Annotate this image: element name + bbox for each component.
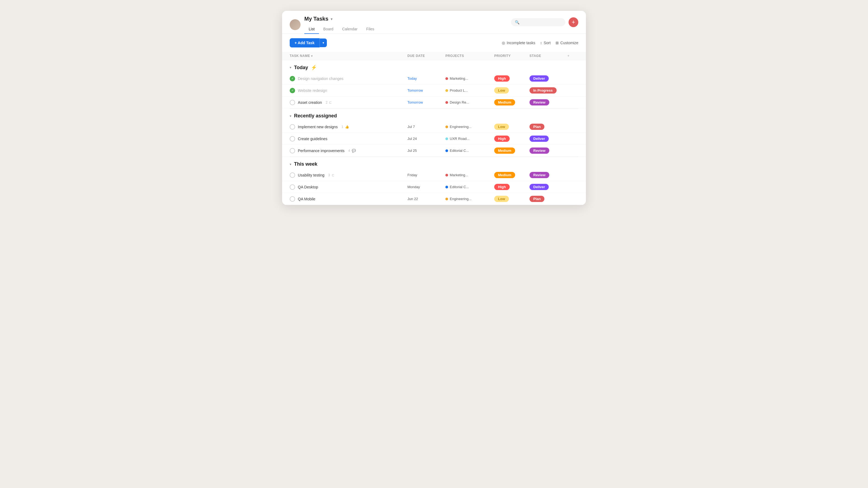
project-dot xyxy=(445,137,448,140)
header: My Tasks ▾ List Board Calendar Files 🔍 + xyxy=(282,11,586,34)
task-row[interactable]: ✓ Design navigation changes Today Market… xyxy=(282,73,586,85)
task-project: Design Re... xyxy=(445,100,494,104)
header-right: 🔍 + xyxy=(511,18,578,32)
app-window: My Tasks ▾ List Board Calendar Files 🔍 +… xyxy=(282,11,586,205)
section-header-2[interactable]: ▾ This week xyxy=(282,157,586,169)
task-row[interactable]: Create guidelines Jul 24 UXR Road... Hig… xyxy=(282,133,586,145)
tab-calendar[interactable]: Calendar xyxy=(338,25,362,34)
project-name: Engineering... xyxy=(450,197,471,201)
project-dot xyxy=(445,126,448,128)
tab-board[interactable]: Board xyxy=(319,25,338,34)
task-checkbox[interactable] xyxy=(290,148,295,154)
section-emoji: ⚡ xyxy=(311,65,317,70)
task-name-cell: QA Desktop xyxy=(290,184,407,190)
priority-badge: Low xyxy=(494,196,509,202)
stage-badge: Plan xyxy=(529,196,545,202)
task-row[interactable]: Asset creation 2 ⊏ Tomorrow Design Re...… xyxy=(282,97,586,108)
task-priority: High xyxy=(494,184,529,190)
section-header-0[interactable]: ▾ Today ⚡ xyxy=(282,60,586,73)
priority-badge: Low xyxy=(494,124,509,130)
task-row[interactable]: ✓ Website redesign Tomorrow Product L...… xyxy=(282,85,586,97)
section-header-1[interactable]: ▾ Recently assigned xyxy=(282,109,586,121)
project-dot xyxy=(445,150,448,152)
col-priority: Priority xyxy=(494,54,529,58)
project-name: Marketing... xyxy=(450,76,468,80)
toolbar-right: ◎ Incomplete tasks ↕ Sort ⊞ Customize xyxy=(502,41,578,45)
task-priority: Low xyxy=(494,196,529,202)
sort-button[interactable]: ↕ Sort xyxy=(540,41,551,45)
header-left: My Tasks ▾ List Board Calendar Files xyxy=(290,16,379,34)
add-task-button[interactable]: + Add Task xyxy=(290,38,319,47)
task-stage: Deliver xyxy=(529,75,567,82)
add-task-button-group: + Add Task ▾ xyxy=(290,38,327,47)
task-priority: Low xyxy=(494,124,529,130)
task-project: Product L... xyxy=(445,88,494,93)
task-stage: Deliver xyxy=(529,184,567,190)
priority-badge: Medium xyxy=(494,148,515,154)
task-priority: High xyxy=(494,135,529,142)
task-meta: 2 ⊏ xyxy=(326,101,332,104)
stage-badge: Review xyxy=(529,99,549,105)
project-dot xyxy=(445,174,448,176)
task-row[interactable]: QA Desktop Monday Editorial C... High De… xyxy=(282,181,586,193)
task-checkbox[interactable]: ✓ xyxy=(290,76,295,82)
task-due-date: Friday xyxy=(407,173,445,177)
task-name-text: Performance improvements xyxy=(298,149,344,153)
customize-label: Customize xyxy=(560,41,578,45)
task-checkbox[interactable]: ✓ xyxy=(290,88,295,93)
section-chevron: ▾ xyxy=(290,66,291,69)
task-checkbox[interactable] xyxy=(290,184,295,190)
task-name-text: QA Mobile xyxy=(298,197,315,201)
task-priority: High xyxy=(494,75,529,82)
task-checkbox[interactable] xyxy=(290,196,295,202)
add-task-dropdown-button[interactable]: ▾ xyxy=(319,38,327,47)
search-box[interactable]: 🔍 xyxy=(511,18,565,26)
task-priority: Low xyxy=(494,87,529,94)
stage-badge: Deliver xyxy=(529,184,549,190)
priority-badge: Medium xyxy=(494,99,515,105)
task-meta: 1 👍 xyxy=(341,125,349,129)
project-dot xyxy=(445,89,448,92)
project-name: Editorial C... xyxy=(450,185,469,189)
section-title: This week xyxy=(294,161,317,167)
chevron-down-icon[interactable]: ▾ xyxy=(331,17,333,21)
task-name-cell: Create guidelines xyxy=(290,136,407,141)
filter-icon: ◎ xyxy=(502,41,505,45)
sort-icon: ↕ xyxy=(540,41,542,45)
task-project: Marketing... xyxy=(445,76,494,80)
task-due-date: Jun 22 xyxy=(407,197,445,201)
task-stage: Review xyxy=(529,99,567,105)
task-name-text: Website redesign xyxy=(298,88,327,93)
customize-button[interactable]: ⊞ Customize xyxy=(556,41,578,45)
task-checkbox[interactable] xyxy=(290,100,295,105)
stage-badge: In Progress xyxy=(529,87,557,94)
tab-list[interactable]: List xyxy=(304,25,319,34)
project-dot xyxy=(445,186,448,188)
task-project: Editorial C... xyxy=(445,185,494,189)
incomplete-tasks-filter[interactable]: ◎ Incomplete tasks xyxy=(502,41,535,45)
task-due-date: Jul 7 xyxy=(407,125,445,129)
stage-badge: Deliver xyxy=(529,135,549,142)
task-checkbox[interactable] xyxy=(290,172,295,178)
add-button[interactable]: + xyxy=(568,18,578,27)
task-checkbox[interactable] xyxy=(290,124,295,130)
task-checkbox[interactable] xyxy=(290,136,295,141)
task-row[interactable]: Performance improvements 4 💬 Jul 25 Edit… xyxy=(282,145,586,157)
task-row[interactable]: Implement new designs 1 👍 Jul 7 Engineer… xyxy=(282,121,586,133)
task-row[interactable]: QA Mobile Jun 22 Engineering... Low Plan xyxy=(282,193,586,205)
priority-badge: High xyxy=(494,135,510,142)
tab-files[interactable]: Files xyxy=(362,25,379,34)
task-row[interactable]: Usability testing 3 ⊏ Friday Marketing..… xyxy=(282,169,586,181)
section-title: Recently assigned xyxy=(294,113,337,119)
task-meta: 4 💬 xyxy=(348,149,356,153)
project-name: Marketing... xyxy=(450,173,468,177)
project-name: Design Re... xyxy=(450,100,469,104)
task-name-text: Create guidelines xyxy=(298,137,328,141)
task-stage: Review xyxy=(529,172,567,178)
col-projects: Projects xyxy=(445,54,494,58)
task-name-text: Implement new designs xyxy=(298,125,338,129)
task-priority: Medium xyxy=(494,99,529,105)
task-name-text: Design navigation changes xyxy=(298,76,343,81)
col-add[interactable]: + xyxy=(567,54,578,58)
task-due-date: Jul 24 xyxy=(407,137,445,141)
